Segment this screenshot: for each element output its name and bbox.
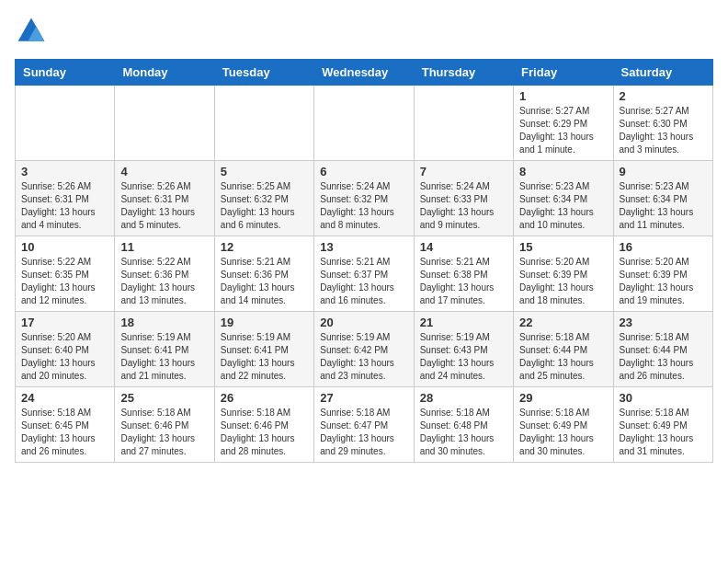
day-info: Sunrise: 5:26 AM Sunset: 6:31 PM Dayligh… (120, 180, 208, 232)
day-info: Sunrise: 5:24 AM Sunset: 6:33 PM Dayligh… (420, 180, 507, 232)
calendar-day-cell: 9Sunrise: 5:23 AM Sunset: 6:34 PM Daylig… (613, 161, 712, 236)
calendar-day-cell: 18Sunrise: 5:19 AM Sunset: 6:41 PM Dayli… (115, 312, 214, 387)
day-number: 18 (120, 316, 208, 329)
day-info: Sunrise: 5:24 AM Sunset: 6:32 PM Dayligh… (320, 180, 407, 232)
calendar-day-cell: 15Sunrise: 5:20 AM Sunset: 6:39 PM Dayli… (514, 236, 613, 312)
calendar-header-row: SundayMondayTuesdayWednesdayThursdayFrid… (16, 60, 713, 86)
day-info: Sunrise: 5:21 AM Sunset: 6:36 PM Dayligh… (221, 256, 308, 307)
day-info: Sunrise: 5:18 AM Sunset: 6:46 PM Dayligh… (221, 407, 308, 458)
day-info: Sunrise: 5:18 AM Sunset: 6:49 PM Dayligh… (519, 407, 607, 458)
calendar-day-cell (214, 86, 313, 161)
day-number: 26 (221, 391, 308, 405)
day-number: 20 (320, 316, 407, 329)
calendar-day-cell: 7Sunrise: 5:24 AM Sunset: 6:33 PM Daylig… (414, 161, 513, 236)
day-number: 2 (620, 89, 707, 103)
day-info: Sunrise: 5:19 AM Sunset: 6:43 PM Dayligh… (420, 331, 507, 383)
day-of-week-header: Tuesday (214, 60, 313, 86)
day-info: Sunrise: 5:20 AM Sunset: 6:39 PM Dayligh… (519, 256, 607, 307)
day-of-week-header: Friday (514, 60, 613, 86)
day-number: 4 (120, 165, 208, 178)
day-number: 12 (221, 240, 308, 254)
day-number: 8 (519, 165, 607, 178)
calendar-day-cell: 13Sunrise: 5:21 AM Sunset: 6:37 PM Dayli… (314, 236, 414, 312)
day-number: 16 (620, 240, 707, 254)
day-number: 10 (21, 240, 108, 254)
calendar-week-row: 24Sunrise: 5:18 AM Sunset: 6:45 PM Dayli… (16, 387, 713, 463)
calendar-day-cell: 25Sunrise: 5:18 AM Sunset: 6:46 PM Dayli… (115, 387, 214, 463)
calendar-day-cell: 24Sunrise: 5:18 AM Sunset: 6:45 PM Dayli… (16, 387, 115, 463)
day-number: 19 (221, 316, 308, 329)
calendar-day-cell: 17Sunrise: 5:20 AM Sunset: 6:40 PM Dayli… (16, 312, 115, 387)
calendar-day-cell: 14Sunrise: 5:21 AM Sunset: 6:38 PM Dayli… (414, 236, 513, 312)
calendar-day-cell (414, 86, 513, 161)
day-info: Sunrise: 5:22 AM Sunset: 6:35 PM Dayligh… (21, 256, 108, 307)
calendar-table: SundayMondayTuesdayWednesdayThursdayFrid… (15, 59, 713, 463)
day-of-week-header: Saturday (613, 60, 712, 86)
calendar-week-row: 10Sunrise: 5:22 AM Sunset: 6:35 PM Dayli… (16, 236, 713, 312)
day-info: Sunrise: 5:20 AM Sunset: 6:40 PM Dayligh… (21, 331, 108, 383)
day-info: Sunrise: 5:25 AM Sunset: 6:32 PM Dayligh… (221, 180, 308, 232)
day-number: 22 (519, 316, 607, 329)
calendar-day-cell: 19Sunrise: 5:19 AM Sunset: 6:41 PM Dayli… (214, 312, 313, 387)
day-number: 6 (320, 165, 407, 178)
day-number: 24 (21, 391, 108, 405)
day-info: Sunrise: 5:27 AM Sunset: 6:29 PM Dayligh… (519, 105, 607, 156)
day-number: 29 (519, 391, 607, 405)
day-number: 13 (320, 240, 407, 254)
day-of-week-header: Thursday (414, 60, 513, 86)
day-info: Sunrise: 5:23 AM Sunset: 6:34 PM Dayligh… (620, 180, 707, 232)
day-info: Sunrise: 5:18 AM Sunset: 6:47 PM Dayligh… (320, 407, 407, 458)
calendar-day-cell: 10Sunrise: 5:22 AM Sunset: 6:35 PM Dayli… (16, 236, 115, 312)
calendar-day-cell: 2Sunrise: 5:27 AM Sunset: 6:30 PM Daylig… (613, 86, 712, 161)
calendar-day-cell: 21Sunrise: 5:19 AM Sunset: 6:43 PM Dayli… (414, 312, 513, 387)
calendar-day-cell: 11Sunrise: 5:22 AM Sunset: 6:36 PM Dayli… (115, 236, 214, 312)
calendar-day-cell: 28Sunrise: 5:18 AM Sunset: 6:48 PM Dayli… (414, 387, 513, 463)
calendar-day-cell (115, 86, 214, 161)
calendar-day-cell: 23Sunrise: 5:18 AM Sunset: 6:44 PM Dayli… (613, 312, 712, 387)
day-info: Sunrise: 5:23 AM Sunset: 6:34 PM Dayligh… (519, 180, 607, 232)
calendar-day-cell: 29Sunrise: 5:18 AM Sunset: 6:49 PM Dayli… (514, 387, 613, 463)
day-of-week-header: Sunday (16, 60, 115, 86)
calendar-day-cell: 3Sunrise: 5:26 AM Sunset: 6:31 PM Daylig… (16, 161, 115, 236)
day-info: Sunrise: 5:27 AM Sunset: 6:30 PM Dayligh… (620, 105, 707, 156)
day-number: 17 (21, 316, 108, 329)
day-number: 3 (21, 165, 108, 178)
day-info: Sunrise: 5:18 AM Sunset: 6:44 PM Dayligh… (620, 331, 707, 383)
calendar-week-row: 1Sunrise: 5:27 AM Sunset: 6:29 PM Daylig… (16, 86, 713, 161)
calendar-day-cell: 1Sunrise: 5:27 AM Sunset: 6:29 PM Daylig… (514, 86, 613, 161)
day-info: Sunrise: 5:26 AM Sunset: 6:31 PM Dayligh… (21, 180, 108, 232)
calendar-day-cell (16, 86, 115, 161)
day-of-week-header: Wednesday (314, 60, 414, 86)
day-number: 7 (420, 165, 507, 178)
day-info: Sunrise: 5:18 AM Sunset: 6:45 PM Dayligh… (21, 407, 108, 458)
day-number: 15 (519, 240, 607, 254)
day-info: Sunrise: 5:18 AM Sunset: 6:48 PM Dayligh… (420, 407, 507, 458)
calendar-day-cell: 8Sunrise: 5:23 AM Sunset: 6:34 PM Daylig… (514, 161, 613, 236)
day-info: Sunrise: 5:20 AM Sunset: 6:39 PM Dayligh… (620, 256, 707, 307)
day-number: 25 (120, 391, 208, 405)
day-info: Sunrise: 5:18 AM Sunset: 6:46 PM Dayligh… (120, 407, 208, 458)
page-header (15, 15, 713, 48)
day-of-week-header: Monday (115, 60, 214, 86)
calendar-day-cell: 6Sunrise: 5:24 AM Sunset: 6:32 PM Daylig… (314, 161, 414, 236)
calendar-day-cell (314, 86, 414, 161)
calendar-day-cell: 20Sunrise: 5:19 AM Sunset: 6:42 PM Dayli… (314, 312, 414, 387)
calendar-day-cell: 4Sunrise: 5:26 AM Sunset: 6:31 PM Daylig… (115, 161, 214, 236)
calendar-day-cell: 12Sunrise: 5:21 AM Sunset: 6:36 PM Dayli… (214, 236, 313, 312)
logo (15, 15, 51, 48)
calendar-day-cell: 22Sunrise: 5:18 AM Sunset: 6:44 PM Dayli… (514, 312, 613, 387)
day-info: Sunrise: 5:19 AM Sunset: 6:42 PM Dayligh… (320, 331, 407, 383)
day-number: 23 (620, 316, 707, 329)
calendar-week-row: 3Sunrise: 5:26 AM Sunset: 6:31 PM Daylig… (16, 161, 713, 236)
day-number: 9 (620, 165, 707, 178)
day-info: Sunrise: 5:19 AM Sunset: 6:41 PM Dayligh… (120, 331, 208, 383)
day-number: 5 (221, 165, 308, 178)
day-info: Sunrise: 5:22 AM Sunset: 6:36 PM Dayligh… (120, 256, 208, 307)
day-number: 1 (519, 89, 607, 103)
calendar-day-cell: 16Sunrise: 5:20 AM Sunset: 6:39 PM Dayli… (613, 236, 712, 312)
day-number: 14 (420, 240, 507, 254)
logo-icon (15, 15, 48, 48)
calendar-day-cell: 27Sunrise: 5:18 AM Sunset: 6:47 PM Dayli… (314, 387, 414, 463)
day-number: 30 (620, 391, 707, 405)
day-number: 28 (420, 391, 507, 405)
